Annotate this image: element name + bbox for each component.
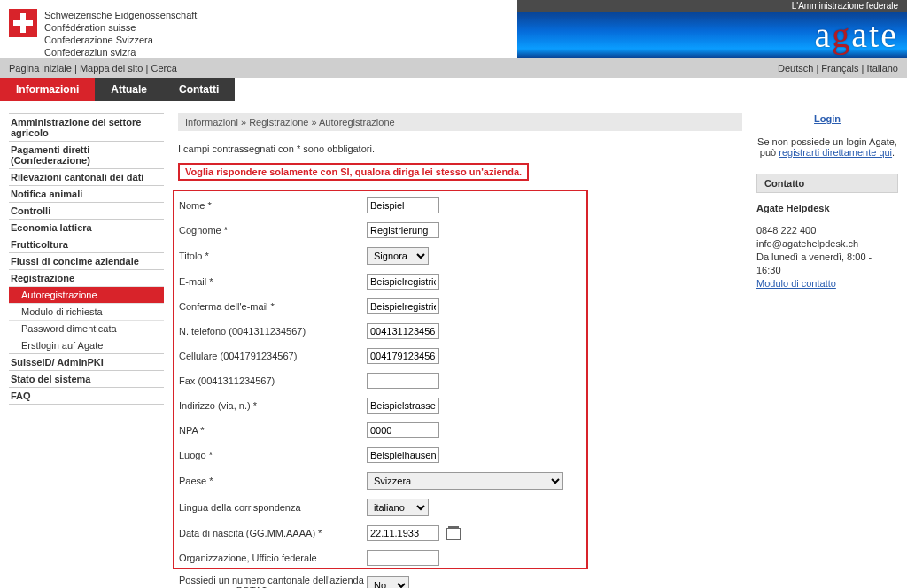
org-line: Confederaziun svizra bbox=[44, 46, 197, 58]
input-zip[interactable] bbox=[367, 422, 439, 438]
org-line: Schweizerische Eidgenossenschaft bbox=[44, 9, 197, 21]
select-titolo[interactable]: Signora bbox=[367, 247, 429, 265]
select-bdta[interactable]: No bbox=[367, 576, 409, 588]
calendar-icon[interactable] bbox=[446, 528, 461, 540]
sidebar-item[interactable]: Rilevazioni cantonali dei dati bbox=[9, 168, 164, 185]
label-bdta: Possiedi un numero cantonale dell'aziend… bbox=[178, 574, 366, 588]
label-npa: NPA * bbox=[178, 422, 366, 439]
main-content: Informazioni » Registrazione » Autoregis… bbox=[164, 113, 756, 588]
language-switch: Deutsch | Français | Italiano bbox=[778, 63, 898, 74]
input-fax[interactable] bbox=[367, 373, 439, 389]
label-lingua: Lingua della corrispondenza bbox=[178, 498, 366, 517]
input-cognome[interactable] bbox=[367, 222, 439, 238]
label-email: E-mail * bbox=[178, 273, 366, 290]
tab-contatti[interactable]: Contatti bbox=[163, 78, 235, 101]
utility-bar: Pagina iniziale | Mappa del sito | Cerca… bbox=[0, 58, 907, 78]
confederation-names: Schweizerische Eidgenossenschaft Confédé… bbox=[44, 5, 197, 58]
sidebar-item[interactable]: Amministrazione del settore agricolo bbox=[9, 113, 164, 141]
label-tel: N. telefono (0041311234567) bbox=[178, 322, 366, 340]
label-cognome: Cognome * bbox=[178, 221, 366, 239]
helpdesk-phone: 0848 222 400 bbox=[756, 224, 898, 237]
select-country[interactable]: Svizzera bbox=[367, 472, 563, 490]
main-nav: Informazioni Attuale Contatti bbox=[0, 78, 907, 101]
contact-panel-header: Contatto bbox=[756, 174, 898, 193]
input-nome[interactable] bbox=[367, 197, 439, 213]
sidebar-item[interactable]: Password dimenticata bbox=[9, 320, 164, 337]
label-fax: Fax (0041311234567) bbox=[178, 372, 366, 390]
sidebar-item[interactable]: Pagamenti diretti (Confederazione) bbox=[9, 141, 164, 168]
sidebar-item[interactable]: Erstlogin auf Agate bbox=[9, 337, 164, 353]
label-titolo: Titolo * bbox=[178, 246, 366, 266]
select-language[interactable]: italiano bbox=[367, 499, 429, 516]
sidebar: Amministrazione del settore agricoloPaga… bbox=[9, 113, 164, 405]
brand-header: Schweizerische Eidgenossenschaft Confédé… bbox=[0, 0, 907, 58]
login-link[interactable]: Login bbox=[756, 113, 898, 124]
warning-box: Voglia rispondere solamente con SI, qual… bbox=[178, 163, 529, 181]
sidebar-item[interactable]: Registrazione bbox=[9, 269, 164, 286]
registration-form: Nome * Cognome * Titolo *Signora E-mail … bbox=[178, 190, 742, 588]
search-link[interactable]: Cerca bbox=[151, 63, 176, 74]
lang-it[interactable]: Italiano bbox=[867, 63, 898, 74]
input-phone[interactable] bbox=[367, 323, 439, 339]
login-intro: Se non possiede un login Agate, può regi… bbox=[756, 136, 898, 158]
label-luogo: Luogo * bbox=[178, 446, 366, 464]
org-line: Confédération suisse bbox=[44, 21, 197, 34]
admin-link[interactable]: L'Amministrazione federale bbox=[517, 0, 907, 12]
helpdesk-hours: Da lunedì a venerdì, 8:00 - 16:30 bbox=[756, 251, 898, 277]
swiss-flag-icon bbox=[9, 9, 37, 37]
helpdesk-mail: info@agatehelpdesk.ch bbox=[756, 237, 898, 251]
required-note: I campi contrassegnati con * sono obblig… bbox=[178, 143, 742, 154]
home-link[interactable]: Pagina iniziale bbox=[9, 63, 72, 74]
sidebar-item[interactable]: Controlli bbox=[9, 202, 164, 219]
input-dob[interactable] bbox=[367, 525, 439, 541]
label-cell: Cellulare (0041791234567) bbox=[178, 347, 366, 365]
label-org: Organizzazione, Ufficio federale bbox=[178, 549, 366, 567]
lang-fr[interactable]: Français bbox=[821, 63, 858, 74]
input-email[interactable] bbox=[367, 274, 439, 290]
lang-de[interactable]: Deutsch bbox=[778, 63, 813, 74]
sidebar-item[interactable]: Flussi di concime aziendale bbox=[9, 252, 164, 269]
sidebar-item[interactable]: Modulo di richiesta bbox=[9, 303, 164, 320]
sidebar-item[interactable]: Stato del sistema bbox=[9, 370, 164, 387]
label-dob: Data di nascita (GG.MM.AAAA) * bbox=[178, 524, 366, 542]
label-email2: Conferma dell'e-mail * bbox=[178, 298, 366, 315]
org-line: Confederazione Svizzera bbox=[44, 34, 197, 46]
sitemap-link[interactable]: Mappa del sito bbox=[80, 63, 143, 74]
input-address[interactable] bbox=[367, 398, 439, 414]
input-email-confirm[interactable] bbox=[367, 298, 439, 314]
breadcrumb: Informazioni » Registrazione » Autoregis… bbox=[178, 113, 742, 131]
sidebar-item[interactable]: FAQ bbox=[9, 387, 164, 405]
sidebar-item[interactable]: SuisseID/ AdminPKI bbox=[9, 353, 164, 370]
utility-links: Pagina iniziale | Mappa del sito | Cerca bbox=[9, 63, 177, 74]
helpdesk-info: Agate Helpdesk 0848 222 400 info@agatehe… bbox=[756, 202, 898, 290]
input-city[interactable] bbox=[367, 447, 439, 463]
input-org[interactable] bbox=[367, 550, 439, 566]
agate-logo: agate bbox=[815, 14, 896, 56]
label-nome: Nome * bbox=[178, 197, 366, 214]
tab-attuale[interactable]: Attuale bbox=[95, 78, 163, 101]
right-column: Login Se non possiede un login Agate, pu… bbox=[756, 113, 898, 290]
sidebar-item[interactable]: Frutticoltura bbox=[9, 236, 164, 252]
register-link[interactable]: registrarti direttamente qui bbox=[779, 147, 892, 158]
sidebar-item[interactable]: Economia lattiera bbox=[9, 219, 164, 236]
sidebar-item[interactable]: Autoregistrazione bbox=[9, 286, 164, 303]
input-mobile[interactable] bbox=[367, 348, 439, 364]
label-paese: Paese * bbox=[178, 471, 366, 491]
helpdesk-title: Agate Helpdesk bbox=[756, 202, 898, 215]
site-banner: L'Amministrazione federale agate bbox=[517, 0, 907, 58]
tab-informazioni[interactable]: Informazioni bbox=[0, 78, 95, 101]
label-addr: Indirizzo (via, n.) * bbox=[178, 397, 366, 414]
contact-form-link[interactable]: Modulo di contatto bbox=[756, 278, 836, 289]
sidebar-item[interactable]: Notifica animali bbox=[9, 185, 164, 202]
confederation-logo: Schweizerische Eidgenossenschaft Confédé… bbox=[0, 0, 204, 58]
